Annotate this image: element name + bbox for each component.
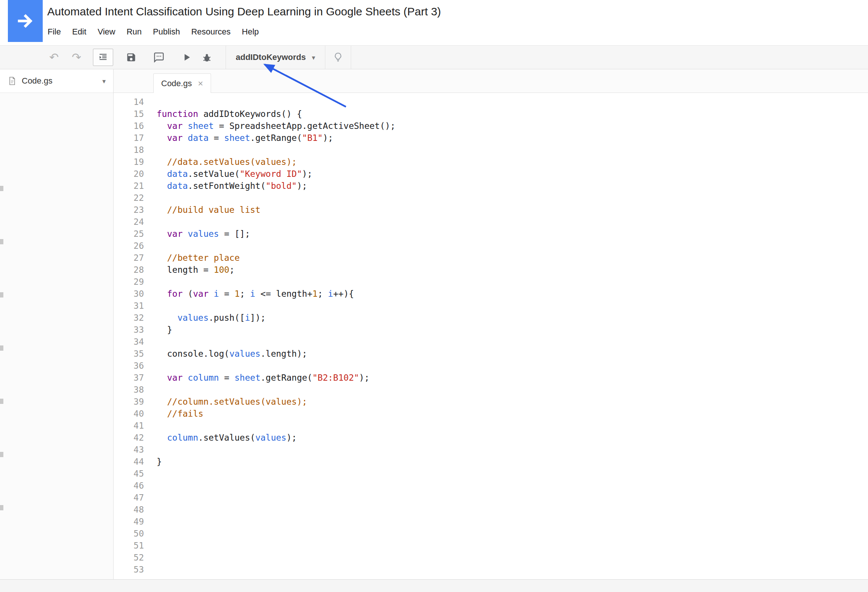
menu-run[interactable]: Run [121, 24, 147, 40]
code-line[interactable]: 29 [114, 276, 868, 288]
code-line[interactable]: 22 [114, 192, 868, 204]
code-line[interactable]: 45 [114, 468, 868, 480]
menu-publish[interactable]: Publish [147, 24, 186, 40]
menu-help[interactable]: Help [236, 24, 264, 40]
redo-button[interactable]: ↷ [67, 48, 86, 67]
code-line[interactable]: 44} [114, 456, 868, 468]
indent-button[interactable] [93, 49, 113, 66]
code-line[interactable]: 30 for (var i = 1; i <= length+1; i++){ [114, 288, 868, 300]
code-line[interactable]: 31 [114, 300, 868, 312]
line-number: 16 [114, 120, 144, 132]
code-line[interactable]: 25 var values = []; [114, 228, 868, 240]
code-line[interactable]: 15function addIDtoKeywords() { [114, 108, 868, 120]
menu-resources[interactable]: Resources [186, 24, 236, 40]
code-line[interactable]: 41 [114, 420, 868, 432]
code-text: //fails [157, 408, 204, 420]
close-icon[interactable]: × [198, 79, 203, 88]
tab-label: Code.gs [161, 79, 192, 88]
code-line[interactable]: 36 [114, 360, 868, 372]
code-line[interactable]: 23 //build value list [114, 204, 868, 216]
app-logo[interactable] [8, 0, 43, 42]
line-number: 43 [114, 444, 144, 456]
tab-code-gs[interactable]: Code.gs × [153, 73, 211, 93]
code-line[interactable]: 24 [114, 216, 868, 228]
code-line[interactable]: 19 //data.setValues(values); [114, 156, 868, 168]
code-line[interactable]: 50 [114, 528, 868, 540]
code-line[interactable]: 39 //column.setValues(values); [114, 396, 868, 408]
menubar: FileEditViewRunPublishResourcesHelp [42, 24, 265, 40]
code-line[interactable]: 35 console.log(values.length); [114, 348, 868, 360]
run-button[interactable] [177, 48, 196, 67]
save-button[interactable] [121, 48, 141, 67]
code-text: } [157, 324, 172, 336]
code-line[interactable]: 43 [114, 444, 868, 456]
function-selector-dropdown[interactable]: addIDtoKeywords ▾ [226, 46, 325, 69]
code-text: } [157, 456, 162, 468]
line-number: 14 [114, 96, 144, 108]
debug-button[interactable] [197, 48, 217, 67]
code-line[interactable]: 49 [114, 516, 868, 528]
file-item-code-gs[interactable]: Code.gs ▾ [0, 69, 113, 93]
line-number: 18 [114, 144, 144, 156]
files-sidebar: Code.gs ▾ [0, 69, 114, 579]
code-text: var column = sheet.getRange("B2:B102"); [157, 372, 370, 384]
line-number: 53 [114, 564, 144, 576]
code-line[interactable]: 18 [114, 144, 868, 156]
code-line[interactable]: 32 values.push([i]); [114, 312, 868, 324]
code-line[interactable]: 14 [114, 96, 868, 108]
line-number: 48 [114, 504, 144, 516]
code-line[interactable]: 21 data.setFontWeight("bold"); [114, 180, 868, 192]
code-text: //data.setValues(values); [157, 156, 297, 168]
file-menu-caret-icon[interactable]: ▾ [102, 77, 106, 85]
line-number: 21 [114, 180, 144, 192]
code-line[interactable]: 27 //better place [114, 252, 868, 264]
tab-bar: Code.gs × [114, 69, 868, 93]
code-editor[interactable]: 1415function addIDtoKeywords() {16 var s… [114, 93, 868, 579]
code-text: //column.setValues(values); [157, 396, 307, 408]
line-number: 26 [114, 240, 144, 252]
chat-button[interactable] [149, 48, 169, 67]
line-number: 31 [114, 300, 144, 312]
code-line[interactable]: 28 length = 100; [114, 264, 868, 276]
code-line[interactable]: 34 [114, 336, 868, 348]
panel-resize-handle[interactable] [0, 186, 3, 516]
chat-icon [154, 52, 164, 63]
line-number: 27 [114, 252, 144, 264]
code-text: var sheet = SpreadsheetApp.getActiveShee… [157, 120, 395, 132]
code-line[interactable]: 40 //fails [114, 408, 868, 420]
code-line[interactable]: 37 var column = sheet.getRange("B2:B102"… [114, 372, 868, 384]
debug-icon [202, 52, 212, 63]
line-number: 30 [114, 288, 144, 300]
code-line[interactable]: 48 [114, 504, 868, 516]
line-number: 33 [114, 324, 144, 336]
code-line[interactable]: 17 var data = sheet.getRange("B1"); [114, 132, 868, 144]
file-item-label: Code.gs [22, 76, 52, 86]
line-number: 28 [114, 264, 144, 276]
line-number: 15 [114, 108, 144, 120]
menu-edit[interactable]: Edit [66, 24, 92, 40]
editor: Code.gs × 1415function addIDtoKeywords()… [114, 69, 868, 579]
code-line[interactable]: 26 [114, 240, 868, 252]
code-line[interactable]: 33 } [114, 324, 868, 336]
code-text: for (var i = 1; i <= length+1; i++){ [157, 288, 354, 300]
line-number: 22 [114, 192, 144, 204]
code-line[interactable]: 52 [114, 552, 868, 564]
code-line[interactable]: 51 [114, 540, 868, 552]
code-line[interactable]: 42 column.setValues(values); [114, 432, 868, 444]
menu-view[interactable]: View [92, 24, 121, 40]
code-line[interactable]: 53 [114, 564, 868, 576]
project-title[interactable]: Automated Intent Classification Using De… [47, 5, 441, 18]
code-line[interactable]: 38 [114, 384, 868, 396]
line-number: 40 [114, 408, 144, 420]
undo-button[interactable]: ↶ [44, 48, 64, 67]
menu-file[interactable]: File [42, 24, 66, 40]
code-line[interactable]: 20 data.setValue("Keyword ID"); [114, 168, 868, 180]
line-number: 24 [114, 216, 144, 228]
code-line[interactable]: 46 [114, 480, 868, 492]
function-selector-label: addIDtoKeywords [236, 52, 306, 62]
line-number: 49 [114, 516, 144, 528]
code-line[interactable]: 47 [114, 492, 868, 504]
hints-button[interactable] [328, 48, 348, 67]
code-line[interactable]: 16 var sheet = SpreadsheetApp.getActiveS… [114, 120, 868, 132]
code-text: var values = []; [157, 228, 250, 240]
